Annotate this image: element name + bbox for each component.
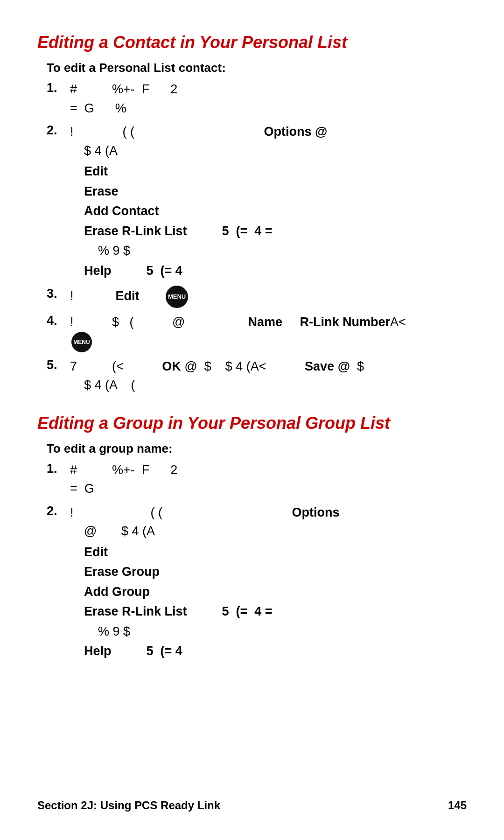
step2-sublist: Edit Erase Add Contact Erase R-Link List… [84,162,467,280]
menu-ok-button-2: MENUOK [71,332,92,352]
step4-num: 4. [47,313,70,328]
s2-step2-line1: ! ( ( Options [70,503,467,522]
step1-line2: = G % [70,99,467,118]
step4: 4. ! $ ( @ Name R-Link NumberA< MENUOK [47,313,467,352]
footer-right: 145 [448,799,467,812]
s2-subitem-pct9: % 9 $ [84,622,467,641]
step5-line1: 7 (< OK @ $ $ 4 (A< Save @ $ [70,357,467,376]
s2-subitem-edit: Edit [84,543,467,562]
step3-content: ! Edit MENUOK [70,286,467,308]
section1-title: Editing a Contact in Your Personal List [37,33,467,52]
step1: 1. # %+- F 2 = G % [47,80,467,118]
step2-line1: ! ( ( Options @ [70,122,467,141]
s2-step1-num: 1. [47,461,70,476]
section2-intro: To edit a group name: [47,441,467,456]
subitem-add-contact: Add Contact [84,202,467,221]
section1-intro: To edit a Personal List contact: [47,61,467,75]
s2-step2-content: ! ( ( Options @ $ 4 (A Edit Erase Group … [70,503,467,662]
section2-steps: 1. # %+- F 2 = G 2. ! ( ( Options @ $ 4 … [47,461,467,662]
step5-content: 7 (< OK @ $ $ 4 (A< Save @ $ $ 4 (A ( [70,357,467,395]
footer: Section 2J: Using PCS Ready Link 145 [37,799,467,812]
s2-step2-sublist: Edit Erase Group Add Group Erase R-Link … [84,543,467,661]
section2-title: Editing a Group in Your Personal Group L… [37,413,467,433]
s2-step2-num: 2. [47,503,70,518]
subitem-edit: Edit [84,162,467,181]
section2: Editing a Group in Your Personal Group L… [37,413,467,662]
step3-line: ! Edit MENUOK [70,286,467,308]
step5-line2: $ 4 (A ( [70,376,467,395]
subitem-pct9: % 9 $ [84,241,467,260]
step1-line1: # %+- F 2 [70,80,467,99]
footer-left: Section 2J: Using PCS Ready Link [37,799,220,812]
s2-step1-line2: = G [70,479,467,498]
subitem-erase-rlink: Erase R-Link List 5 (= 4 = [84,222,467,241]
s2-step2: 2. ! ( ( Options @ $ 4 (A Edit Erase Gro… [47,503,467,662]
s2-subitem-erase-group: Erase Group [84,562,467,581]
step1-num: 1. [47,80,70,95]
s2-step1-line1: # %+- F 2 [70,461,467,480]
s2-subitem-add-group: Add Group [84,582,467,602]
step5-num: 5. [47,357,70,372]
step2-line2: $ 4 (A [70,141,467,161]
step2: 2. ! ( ( Options @ $ 4 (A Edit Erase Add… [47,122,467,281]
step2-content: ! ( ( Options @ $ 4 (A Edit Erase Add Co… [70,122,467,281]
subitem-help: Help 5 (= 4 [84,261,467,280]
subitem-erase: Erase [84,182,467,201]
s2-step2-line2: @ $ 4 (A [70,522,467,541]
step3-num: 3. [47,286,70,301]
step2-num: 2. [47,122,70,138]
s2-subitem-help: Help 5 (= 4 [84,642,467,661]
step4-content: ! $ ( @ Name R-Link NumberA< MENUOK [70,313,467,352]
s2-subitem-erase-rlink: Erase R-Link List 5 (= 4 = [84,602,467,621]
s2-step1: 1. # %+- F 2 = G [47,461,467,498]
step3: 3. ! Edit MENUOK [47,286,467,308]
section1-steps: 1. # %+- F 2 = G % 2. ! ( ( Options @ $ … [47,80,467,395]
step4-line2: MENUOK [70,332,467,352]
section1: Editing a Contact in Your Personal List … [37,33,467,395]
step4-line1: ! $ ( @ Name R-Link NumberA< [70,313,467,332]
menu-ok-button-1: MENUOK [166,286,188,308]
step1-content: # %+- F 2 = G % [70,80,467,118]
step5: 5. 7 (< OK @ $ $ 4 (A< Save @ $ $ 4 (A ( [47,357,467,395]
s2-step1-content: # %+- F 2 = G [70,461,467,498]
